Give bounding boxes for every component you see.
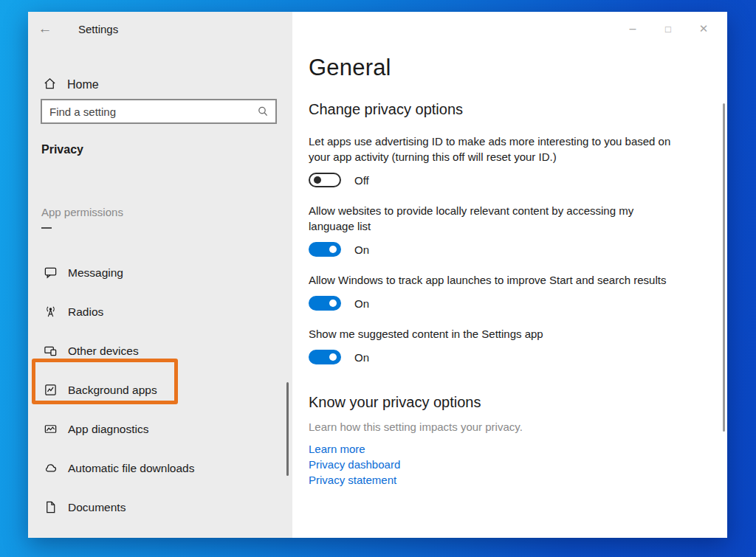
setting-toggle-row: On: [309, 242, 695, 257]
back-arrow-icon: ←: [38, 21, 52, 37]
setting-toggle-row: Off: [309, 173, 695, 187]
group-dash-divider: [41, 227, 52, 229]
search-input[interactable]: [42, 105, 250, 118]
setting-description: Show me suggested content in the Setting…: [309, 326, 672, 342]
app-launch-tracking-toggle[interactable]: [309, 296, 341, 311]
main-scrollbar[interactable]: [723, 103, 725, 432]
section-heading: Change privacy options: [309, 101, 695, 118]
setting-description: Allow websites to provide locally releva…: [309, 203, 672, 234]
maximize-icon: □: [665, 24, 671, 35]
sidebar-item-label: Home: [67, 78, 99, 91]
sidebar-item-label: App diagnostics: [68, 423, 148, 436]
messaging-icon: [43, 266, 58, 280]
sidebar-scrollbar[interactable]: [286, 382, 289, 476]
back-button[interactable]: ←: [28, 12, 62, 46]
sidebar-item-label: Automatic file downloads: [68, 462, 194, 475]
sidebar-item-pictures[interactable]: Pictures: [28, 527, 292, 538]
advertising-id-toggle[interactable]: [309, 173, 341, 187]
setting-toggle-row: On: [309, 350, 695, 364]
sidebar-item-label: Background apps: [68, 384, 157, 397]
sidebar-item-label: Messaging: [68, 266, 123, 280]
sidebar-item-home[interactable]: Home: [28, 71, 292, 99]
sidebar-item-other-devices[interactable]: Other devices: [28, 331, 292, 370]
sidebar-item-background-apps[interactable]: Background apps: [28, 370, 292, 409]
setting-description: Let apps use advertising ID to make ads …: [309, 134, 672, 165]
sidebar-item-label: Radios: [68, 305, 103, 319]
sidebar-nav: Messaging Radios: [28, 253, 292, 538]
toggle-state-label: Off: [354, 174, 369, 187]
desktop-background: ← Settings Home: [0, 0, 756, 557]
toggle-knob: [329, 353, 337, 361]
sidebar-item-documents[interactable]: Documents: [28, 488, 292, 527]
know-privacy-heading: Know your privacy options: [309, 394, 695, 411]
sidebar: ← Settings Home: [28, 12, 292, 538]
toggle-state-label: On: [354, 351, 369, 364]
app-diagnostics-icon: [43, 422, 58, 437]
other-devices-icon: [43, 344, 58, 359]
minimize-button[interactable]: –: [615, 12, 650, 46]
privacy-dashboard-link[interactable]: Privacy dashboard: [309, 457, 695, 472]
sidebar-item-app-diagnostics[interactable]: App diagnostics: [28, 409, 292, 449]
close-button[interactable]: ✕: [686, 12, 721, 46]
sidebar-section-title: Privacy: [41, 143, 83, 156]
language-list-toggle[interactable]: [309, 242, 341, 257]
document-icon: [43, 500, 58, 515]
main-content: – □ ✕ General Change privacy options Let…: [292, 12, 727, 538]
sidebar-item-label: Documents: [68, 501, 126, 514]
close-icon: ✕: [699, 22, 709, 35]
setting-toggle-row: On: [309, 296, 695, 311]
radios-icon: [43, 305, 58, 319]
page-title: General: [309, 55, 695, 81]
sidebar-item-automatic-file-downloads[interactable]: Automatic file downloads: [28, 449, 292, 488]
toggle-knob: [329, 300, 337, 307]
know-privacy-description: Learn how this setting impacts your priv…: [309, 421, 695, 433]
titlebar: ← Settings: [28, 12, 292, 46]
toggle-knob: [314, 176, 321, 184]
learn-more-link[interactable]: Learn more: [309, 441, 695, 457]
setting-description: Allow Windows to track app launches to i…: [309, 272, 672, 288]
cloud-icon: [43, 461, 58, 476]
background-apps-icon: [43, 383, 58, 398]
window-controls: – □ ✕: [615, 12, 721, 46]
sidebar-group-label: App permissions: [41, 206, 123, 218]
settings-window: ← Settings Home: [28, 12, 727, 538]
search-box: [41, 99, 277, 124]
window-title: Settings: [78, 23, 118, 35]
toggle-state-label: On: [354, 297, 369, 310]
sidebar-item-radios[interactable]: Radios: [28, 292, 292, 331]
privacy-statement-link[interactable]: Privacy statement: [309, 472, 695, 488]
toggle-knob: [329, 246, 337, 253]
search-icon[interactable]: [250, 105, 275, 117]
home-icon: [43, 77, 57, 94]
toggle-state-label: On: [354, 243, 369, 256]
maximize-button[interactable]: □: [650, 12, 686, 46]
minimize-icon: –: [630, 22, 636, 35]
suggested-content-toggle[interactable]: [309, 350, 341, 364]
sidebar-item-label: Other devices: [68, 345, 139, 358]
privacy-links: Learn more Privacy dashboard Privacy sta…: [309, 441, 695, 488]
sidebar-item-messaging[interactable]: Messaging: [28, 253, 292, 292]
